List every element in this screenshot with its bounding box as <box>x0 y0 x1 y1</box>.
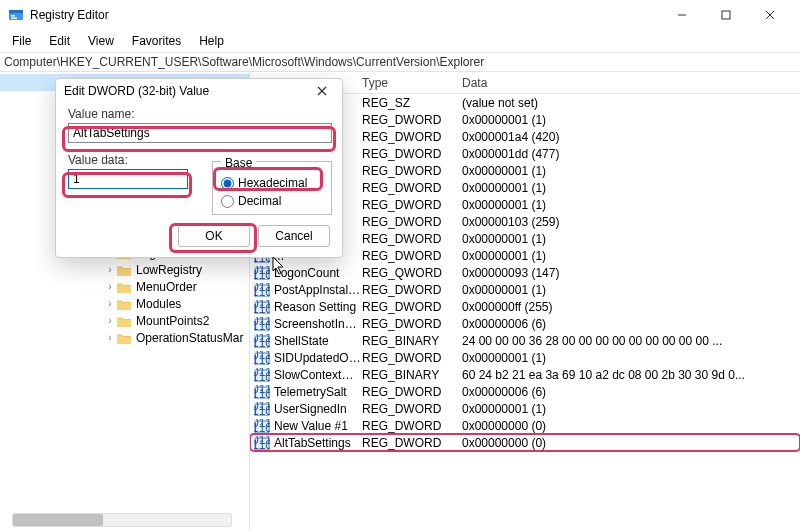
tree-node[interactable]: ›Modules <box>0 295 249 312</box>
tree-node[interactable]: ›LowRegistry <box>0 261 249 278</box>
dialog-close-button[interactable] <box>310 79 334 103</box>
menu-edit[interactable]: Edit <box>41 32 78 50</box>
value-type: REG_DWORD <box>362 198 462 212</box>
binary-value-icon <box>254 419 270 433</box>
folder-icon <box>116 331 132 345</box>
column-type[interactable]: Type <box>362 76 462 90</box>
value-data: 0x00000001 (1) <box>462 249 800 263</box>
folder-icon <box>116 297 132 311</box>
cancel-button[interactable]: Cancel <box>258 225 330 247</box>
menu-view[interactable]: View <box>80 32 122 50</box>
value-type: REG_DWORD <box>362 181 462 195</box>
value-name: TelemetrySalt <box>274 385 362 399</box>
value-data: 0x00000093 (147) <box>462 266 800 280</box>
value-type: REG_DWORD <box>362 113 462 127</box>
value-name: AltTabSettings <box>274 436 362 450</box>
tree-label: Modules <box>136 297 181 311</box>
list-row[interactable]: UserSignedInREG_DWORD0x00000001 (1) <box>250 400 800 417</box>
binary-value-icon <box>254 368 270 382</box>
value-data: (value not set) <box>462 96 800 110</box>
list-row[interactable]: SIDUpdatedOnLi...REG_DWORD0x00000001 (1) <box>250 349 800 366</box>
titlebar: Registry Editor <box>0 0 800 30</box>
edit-dword-dialog: Edit DWORD (32-bit) Value Value name: Va… <box>55 78 343 258</box>
hexadecimal-label: Hexadecimal <box>238 176 307 190</box>
hexadecimal-radio-input[interactable] <box>221 177 234 190</box>
list-row[interactable]: TelemetrySaltREG_DWORD0x00000006 (6) <box>250 383 800 400</box>
value-type: REG_DWORD <box>362 300 462 314</box>
menu-favorites[interactable]: Favorites <box>124 32 189 50</box>
value-data: 0x00000006 (6) <box>462 317 800 331</box>
list-row[interactable]: LogonCountREG_QWORD0x00000093 (147) <box>250 264 800 281</box>
column-data[interactable]: Data <box>462 76 800 90</box>
value-type: REG_DWORD <box>362 283 462 297</box>
dialog-title: Edit DWORD (32-bit) Value <box>64 84 310 98</box>
value-data: 0x000000ff (255) <box>462 300 800 314</box>
value-data: 0x000001dd (477) <box>462 147 800 161</box>
value-data-input[interactable] <box>68 169 188 189</box>
value-type: REG_BINARY <box>362 368 462 382</box>
value-name: PostAppInstallTa... <box>274 283 362 297</box>
dialog-titlebar[interactable]: Edit DWORD (32-bit) Value <box>56 79 342 103</box>
scrollbar-thumb[interactable] <box>13 514 103 526</box>
binary-value-icon <box>254 436 270 450</box>
value-type: REG_DWORD <box>362 317 462 331</box>
ok-button[interactable]: OK <box>178 225 250 247</box>
binary-value-icon <box>254 317 270 331</box>
chevron-right-icon[interactable]: › <box>104 315 116 326</box>
value-type: REG_DWORD <box>362 130 462 144</box>
value-data: 0x00000001 (1) <box>462 402 800 416</box>
value-type: REG_DWORD <box>362 385 462 399</box>
binary-value-icon <box>254 283 270 297</box>
menu-file[interactable]: File <box>4 32 39 50</box>
value-data: 0x00000001 (1) <box>462 164 800 178</box>
value-name: SlowContextMen... <box>274 368 362 382</box>
decimal-radio[interactable]: Decimal <box>221 194 323 208</box>
tree-node[interactable]: ›MountPoints2 <box>0 312 249 329</box>
list-row[interactable]: New Value #1REG_DWORD0x00000000 (0) <box>250 417 800 434</box>
value-data: 0x000001a4 (420) <box>462 130 800 144</box>
value-type: REG_DWORD <box>362 147 462 161</box>
binary-value-icon <box>254 402 270 416</box>
value-type: REG_DWORD <box>362 419 462 433</box>
value-name: Reason Setting <box>274 300 362 314</box>
minimize-button[interactable] <box>660 0 704 30</box>
value-data: 0x00000001 (1) <box>462 113 800 127</box>
chevron-right-icon[interactable]: › <box>104 281 116 292</box>
value-data: 0x00000001 (1) <box>462 198 800 212</box>
list-row[interactable]: ScreenshotIndexREG_DWORD0x00000006 (6) <box>250 315 800 332</box>
value-name-input[interactable] <box>68 123 332 143</box>
chevron-right-icon[interactable]: › <box>104 264 116 275</box>
value-data: 0x00000001 (1) <box>462 283 800 297</box>
hexadecimal-radio[interactable]: Hexadecimal <box>221 176 323 190</box>
value-data: 0x00000006 (6) <box>462 385 800 399</box>
tree-node[interactable]: ›OperationStatusMar <box>0 329 249 346</box>
value-type: REG_BINARY <box>362 334 462 348</box>
value-name: ShellState <box>274 334 362 348</box>
chevron-right-icon[interactable]: › <box>104 298 116 309</box>
chevron-right-icon[interactable]: › <box>104 332 116 343</box>
value-name: SIDUpdatedOnLi... <box>274 351 362 365</box>
horizontal-scrollbar[interactable] <box>12 513 232 527</box>
menu-help[interactable]: Help <box>191 32 232 50</box>
list-row[interactable]: PostAppInstallTa...REG_DWORD0x00000001 (… <box>250 281 800 298</box>
window-title: Registry Editor <box>30 8 109 22</box>
list-row[interactable]: SlowContextMen...REG_BINARY60 24 b2 21 e… <box>250 366 800 383</box>
value-type: REG_DWORD <box>362 232 462 246</box>
list-row[interactable]: Reason SettingREG_DWORD0x000000ff (255) <box>250 298 800 315</box>
value-name: LogonCount <box>274 266 362 280</box>
binary-value-icon <box>254 334 270 348</box>
value-type: REG_DWORD <box>362 402 462 416</box>
decimal-radio-input[interactable] <box>221 195 234 208</box>
tree-node[interactable]: ›MenuOrder <box>0 278 249 295</box>
value-type: REG_DWORD <box>362 436 462 450</box>
list-row[interactable]: AltTabSettingsREG_DWORD0x00000000 (0) <box>250 434 800 451</box>
value-data: 0x00000001 (1) <box>462 351 800 365</box>
regedit-icon <box>8 7 24 23</box>
value-name: New Value #1 <box>274 419 362 433</box>
value-type: REG_DWORD <box>362 249 462 263</box>
base-label: Base <box>221 156 256 170</box>
list-row[interactable]: ShellStateREG_BINARY24 00 00 00 36 28 00… <box>250 332 800 349</box>
close-button[interactable] <box>748 0 792 30</box>
maximize-button[interactable] <box>704 0 748 30</box>
address-bar[interactable]: Computer\HKEY_CURRENT_USER\Software\Micr… <box>0 52 800 72</box>
